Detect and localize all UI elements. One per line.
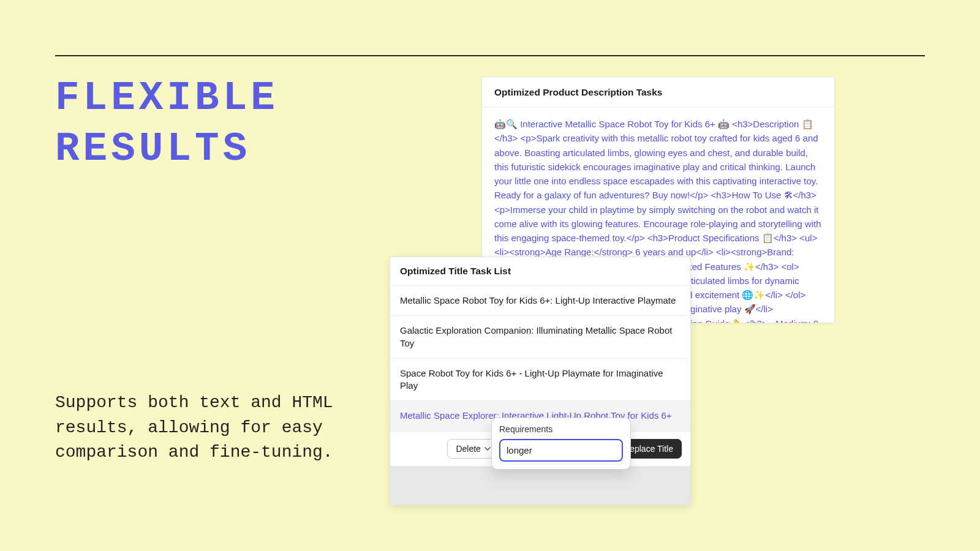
title-task-header: Optimized Title Task List [390, 257, 690, 286]
title-option[interactable]: Space Robot Toy for Kids 6+ - Light-Up P… [390, 359, 690, 402]
panel-footer [390, 467, 690, 504]
requirements-input[interactable] [499, 439, 623, 462]
title-option[interactable]: Metallic Space Robot Toy for Kids 6+: Li… [390, 286, 690, 316]
delete-button-label: Delete [456, 444, 480, 454]
finetune-requirements-popover: Requirements [491, 418, 631, 470]
title-task-panel: Optimized Title Task List Metallic Space… [390, 257, 691, 505]
headline-line-1: FLEXIBLE [55, 73, 279, 124]
subheadline: Supports both text and HTML results, all… [55, 391, 423, 465]
description-tasks-title: Optimized Product Description Tasks [482, 77, 834, 107]
replace-title-button-label: Replace Title [624, 444, 673, 454]
headline: FLEXIBLE RESULTS [55, 73, 279, 174]
chevron-down-icon [484, 447, 491, 451]
requirements-label: Requirements [499, 424, 623, 434]
title-option[interactable]: Galactic Exploration Companion: Illumina… [390, 316, 690, 359]
divider [55, 55, 925, 56]
headline-line-2: RESULTS [55, 124, 279, 175]
